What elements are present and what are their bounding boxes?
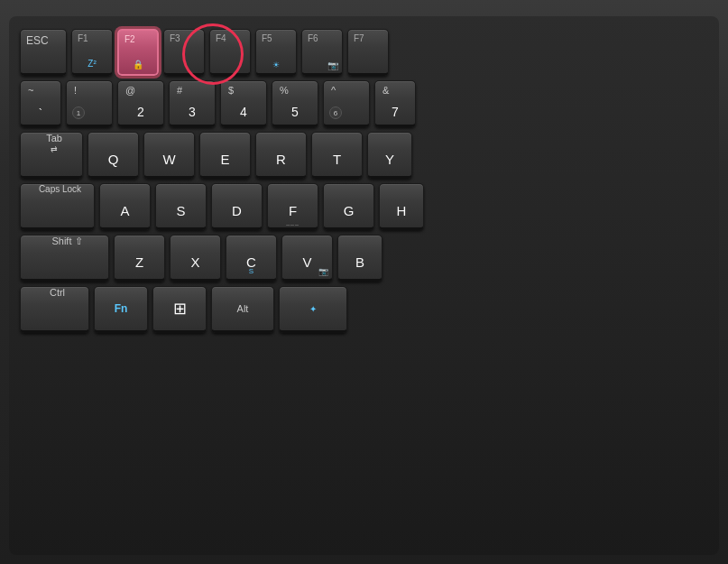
key-tilde[interactable]: ~ `	[20, 80, 61, 127]
key-w-label: W	[162, 152, 175, 167]
key-tab[interactable]: Tab ⇄	[20, 132, 83, 179]
key-t[interactable]: T	[311, 132, 363, 179]
key-win[interactable]: ⊞	[152, 286, 207, 333]
function-key-row: ESC F1 Z² F2 🔒 F3 F4 F5 ☀ F6 📷	[20, 29, 708, 76]
key-b[interactable]: B	[337, 235, 382, 282]
number-key-row: ~ ` ! 1 @ 2 # 3 $ 4 % 5	[20, 80, 708, 127]
key4-bottom: 4	[240, 105, 247, 119]
key-7[interactable]: & 7	[374, 80, 416, 127]
key-z[interactable]: Z	[114, 235, 165, 282]
key7-bottom: 7	[392, 105, 399, 119]
key5-bottom: 5	[291, 105, 299, 119]
key-space[interactable]: ✦	[279, 286, 347, 333]
key-h-label: H	[397, 203, 407, 218]
keyboard-container: ESC F1 Z² F2 🔒 F3 F4 F5 ☀ F6 📷	[0, 0, 728, 564]
key-q-label: Q	[108, 152, 119, 167]
key-g-label: G	[344, 203, 355, 218]
tab-label: Tab	[46, 133, 62, 143]
key-a[interactable]: A	[99, 183, 151, 230]
key2-bottom: 2	[137, 105, 144, 119]
key-b-label: B	[355, 254, 364, 270]
key-1[interactable]: ! 1	[66, 80, 113, 127]
key5-top: %	[280, 85, 289, 96]
key6-top: ^	[331, 85, 336, 96]
key-y[interactable]: Y	[367, 132, 412, 179]
key-q[interactable]: Q	[88, 132, 139, 179]
ctrl-label: Ctrl	[50, 287, 65, 298]
key-s-label: S	[176, 203, 185, 218]
key-f5[interactable]: F5 ☀	[255, 29, 297, 76]
asdf-key-row: Caps Lock A S D F ___ G H	[20, 183, 708, 230]
key-f3[interactable]: F3	[163, 29, 205, 76]
key-e-label: E	[220, 152, 229, 167]
key-e[interactable]: E	[199, 132, 251, 179]
key-f-label: F	[289, 203, 297, 218]
key-r[interactable]: R	[255, 132, 307, 179]
qwerty-key-row: Tab ⇄ Q W E R T Y	[20, 132, 708, 179]
key-alt[interactable]: Alt	[211, 286, 274, 333]
key-s[interactable]: S	[155, 183, 207, 230]
key-d-label: D	[232, 203, 242, 218]
key-f-underscore: ___	[286, 218, 299, 225]
key-5[interactable]: % 5	[272, 80, 318, 127]
key-z-label: Z	[135, 254, 143, 270]
key-x-label: X	[190, 254, 199, 270]
key-2[interactable]: @ 2	[117, 80, 164, 127]
key-g[interactable]: G	[323, 183, 374, 230]
zxcv-key-row: Shift ⇧ Z X C S V 📷 B	[20, 235, 708, 282]
key7-top: &	[382, 85, 389, 96]
alt-label: Alt	[237, 303, 249, 314]
key-y-label: Y	[385, 152, 394, 167]
key-f[interactable]: F ___	[267, 183, 318, 230]
key-r-label: R	[276, 152, 286, 167]
key-d[interactable]: D	[211, 183, 263, 230]
key-w[interactable]: W	[143, 132, 195, 179]
bottom-key-row: Ctrl Fn ⊞ Alt ✦	[20, 286, 708, 333]
key2-top: @	[125, 85, 135, 96]
fn-label: Fn	[115, 302, 128, 315]
capslock-label: Caps Lock	[39, 184, 81, 194]
key-x[interactable]: X	[170, 235, 221, 282]
keyboard-surface: ESC F1 Z² F2 🔒 F3 F4 F5 ☀ F6 📷	[9, 16, 719, 555]
key3-bottom: 3	[189, 105, 196, 119]
esc-label: ESC	[26, 34, 49, 47]
key1-circle: 1	[72, 106, 85, 119]
key-4[interactable]: $ 4	[220, 80, 267, 127]
key-ctrl[interactable]: Ctrl	[20, 286, 89, 333]
tilde-top: ~	[28, 85, 33, 96]
key-3[interactable]: # 3	[169, 80, 216, 127]
key-a-label: A	[120, 203, 129, 218]
key-h[interactable]: H	[379, 183, 424, 230]
key3-top: #	[177, 85, 182, 96]
tab-arrows: ⇄	[51, 144, 58, 153]
key-v-label: V	[302, 254, 311, 270]
key-fn[interactable]: Fn	[94, 286, 148, 333]
key-6[interactable]: ^ 6	[323, 80, 370, 127]
key-v-blue: 📷	[318, 267, 328, 276]
key-f4[interactable]: F4	[209, 29, 251, 76]
key-f2[interactable]: F2 🔒	[117, 29, 159, 76]
key-shift[interactable]: Shift ⇧	[20, 235, 109, 282]
key4-top: $	[228, 85, 234, 96]
shift-label: Shift ⇧	[51, 236, 82, 247]
key-t-label: T	[333, 152, 341, 167]
key-c[interactable]: C S	[226, 235, 277, 282]
key6-circle: 6	[329, 106, 342, 119]
key-f6[interactable]: F6 📷	[301, 29, 343, 76]
key-f1[interactable]: F1 Z²	[71, 29, 113, 76]
key-c-blue: S	[249, 267, 253, 275]
key-capslock[interactable]: Caps Lock	[20, 183, 95, 230]
tilde-bottom: `	[39, 106, 42, 120]
key-v[interactable]: V 📷	[281, 235, 333, 282]
win-icon: ⊞	[173, 299, 187, 319]
space-bluetooth-icon: ✦	[309, 304, 317, 314]
key1-top: !	[74, 85, 77, 96]
key-f7[interactable]: F7	[347, 29, 389, 76]
key-esc[interactable]: ESC	[20, 29, 67, 76]
